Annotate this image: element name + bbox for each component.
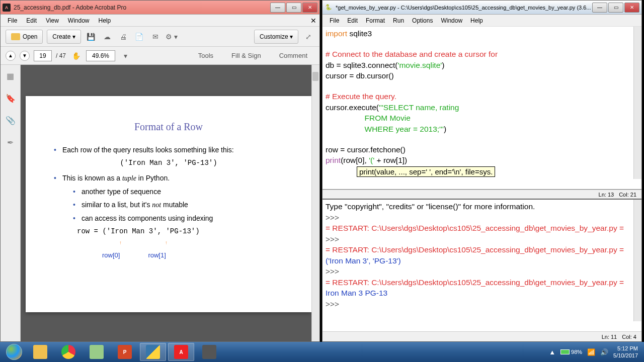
date: 5/10/2017 <box>613 352 638 359</box>
tab-tools[interactable]: Tools <box>191 48 220 63</box>
pdf-indexes: row[0] row[1] <box>102 251 283 259</box>
python-file-icon: 🐍 <box>325 4 333 12</box>
page-icon[interactable]: 📄 <box>133 31 145 43</box>
idle-titlebar[interactable]: 🐍 *get_movies_by_year.py - C:\Users\dgs\… <box>323 1 641 15</box>
system-tray: ▲ 98% 📶 🔊 5:12 PM 5/10/2017 <box>549 345 642 359</box>
save-icon[interactable]: 💾 <box>85 31 97 43</box>
zoom-input[interactable] <box>86 50 115 61</box>
row-index-0: row[0] <box>102 251 120 259</box>
pdf-scrollbar[interactable] <box>311 65 319 341</box>
minimize-button[interactable]: — <box>270 3 285 13</box>
notepad-icon <box>90 345 104 359</box>
shell-scrollbar[interactable] <box>633 200 641 321</box>
expand-icon[interactable]: ⤢ <box>302 31 314 43</box>
menu-file[interactable]: File <box>4 16 21 25</box>
clock[interactable]: 5:12 PM 5/10/2017 <box>613 345 638 359</box>
acrobat-titlebar[interactable]: A 25_accessing_db.pdf - Adobe Acrobat Pr… <box>1 1 319 15</box>
close-button[interactable]: ✕ <box>624 3 639 13</box>
zoom-dropdown-icon[interactable]: ▾ <box>119 50 131 62</box>
print-icon[interactable]: 🖨 <box>117 31 129 43</box>
idle-title: *get_movies_by_year.py - C:\Users\dgs\De… <box>336 5 592 11</box>
hand-tool-icon[interactable]: ✋ <box>70 50 82 62</box>
acrobat-sidebar: ▦ 🔖 📎 ✒ <box>1 65 21 341</box>
page-number-input[interactable] <box>34 50 52 61</box>
menu-edit[interactable]: Edit <box>343 16 362 25</box>
editor-statusbar: Ln: 13 Col: 21 <box>323 190 641 200</box>
menu-run[interactable]: Run <box>389 16 408 25</box>
bookmark-icon[interactable]: 🔖 <box>5 92 17 104</box>
close-button[interactable]: ✕ <box>302 3 317 13</box>
menu-help[interactable]: Help <box>466 16 487 25</box>
pdf-sub-2: •similar to a list, but it's not mutable <box>73 201 283 209</box>
powerpoint-icon: P <box>118 345 132 359</box>
menu-format[interactable]: Format <box>362 16 389 25</box>
idle-menubar: File Edit Format Run Options Window Help <box>323 15 641 27</box>
network-icon[interactable]: 📶 <box>587 348 595 356</box>
maximize-button[interactable]: ▭ <box>608 3 623 13</box>
tray-up-icon[interactable]: ▲ <box>549 348 555 356</box>
folder-icon <box>33 345 47 359</box>
task-acrobat[interactable]: A <box>168 343 194 361</box>
attachment-icon[interactable]: 📎 <box>5 114 17 126</box>
maximize-button[interactable]: ▭ <box>286 3 301 13</box>
gear-icon[interactable]: ⚙ ▾ <box>166 31 178 43</box>
menu-edit[interactable]: Edit <box>22 16 41 25</box>
idle-shell[interactable]: Type "copyright", "credits" or "license(… <box>323 200 641 331</box>
row-index-1: row[1] <box>148 251 166 259</box>
menu-file[interactable]: File <box>326 16 343 25</box>
acrobat-menubar: File Edit View Window Help ✕ <box>1 15 319 27</box>
pdf-bullet-2: •This is known as a tuple in Python. <box>54 174 283 183</box>
thumbnails-icon[interactable]: ▦ <box>5 70 17 82</box>
tab-comment[interactable]: Comment <box>272 48 314 63</box>
acrobat-navbar: ▲ ▼ / 47 ✋ ▾ Tools Fill & Sign Comment <box>1 47 319 65</box>
open-button[interactable]: Open <box>6 30 43 44</box>
pdf-heading: Format of a Row <box>54 121 283 133</box>
acrobat-title: 25_accessing_db.pdf - Adobe Acrobat Pro <box>14 4 270 11</box>
windows-logo-icon <box>6 344 22 360</box>
menu-window[interactable]: Window <box>437 16 466 25</box>
document-close-icon[interactable]: ✕ <box>309 17 317 25</box>
acrobat-icon: A <box>174 345 188 359</box>
task-chrome[interactable] <box>55 343 82 361</box>
pdf-sub-3: •can access its components using indexin… <box>73 214 283 222</box>
battery-percent: 98% <box>571 349 582 355</box>
start-button[interactable] <box>2 343 26 361</box>
menu-options[interactable]: Options <box>408 16 437 25</box>
idle-editor[interactable]: import sqlite3 # Connect to the database… <box>323 27 641 190</box>
email-icon[interactable]: ✉ <box>149 31 162 43</box>
pdf-sub-1: •another type of sequence <box>73 188 283 196</box>
acrobat-window: A 25_accessing_db.pdf - Adobe Acrobat Pr… <box>0 0 320 342</box>
menu-help[interactable]: Help <box>95 16 115 25</box>
taskbar: P A ▲ 98% 📶 🔊 5:12 PM 5/10/2017 <box>0 342 644 362</box>
customize-button[interactable]: Customize ▾ <box>254 30 298 44</box>
page-up-button[interactable]: ▲ <box>6 51 16 61</box>
pdf-viewport[interactable]: Format of a Row •Each row of the query r… <box>21 65 319 341</box>
tab-fill-sign[interactable]: Fill & Sign <box>224 48 268 63</box>
minimize-button[interactable]: — <box>592 3 607 13</box>
task-app[interactable] <box>196 343 222 361</box>
page-down-button[interactable]: ▼ <box>20 51 30 61</box>
shell-statusbar: Ln: 11 Col: 4 <box>323 331 641 341</box>
pdf-bullet-1: •Each row of the query results looks som… <box>54 146 283 154</box>
editor-scrollbar[interactable] <box>633 27 641 179</box>
menu-view[interactable]: View <box>42 16 63 25</box>
create-button[interactable]: Create ▾ <box>47 30 80 44</box>
shell-col: Col: 4 <box>622 334 636 340</box>
cloud-icon[interactable]: ☁ <box>101 31 113 43</box>
signature-icon[interactable]: ✒ <box>5 136 17 148</box>
menu-window[interactable]: Window <box>64 16 94 25</box>
shell-line: Ln: 11 <box>602 334 617 340</box>
pdf-page: Format of a Row •Each row of the query r… <box>26 96 311 312</box>
task-powerpoint[interactable]: P <box>112 343 138 361</box>
task-python[interactable] <box>140 343 166 361</box>
scroll-thumb[interactable] <box>312 72 318 81</box>
task-explorer[interactable] <box>27 343 53 361</box>
acrobat-content: ▦ 🔖 📎 ✒ Format of a Row •Each row of the… <box>1 65 319 341</box>
task-notepad[interactable] <box>84 343 110 361</box>
volume-icon[interactable]: 🔊 <box>600 348 608 356</box>
editor-col: Col: 21 <box>619 192 636 198</box>
app-icon <box>202 345 216 359</box>
arrow-up-icon: ↑ <box>119 240 122 245</box>
idle-window: 🐍 *get_movies_by_year.py - C:\Users\dgs\… <box>322 0 642 342</box>
battery-indicator[interactable]: 98% <box>560 349 582 355</box>
